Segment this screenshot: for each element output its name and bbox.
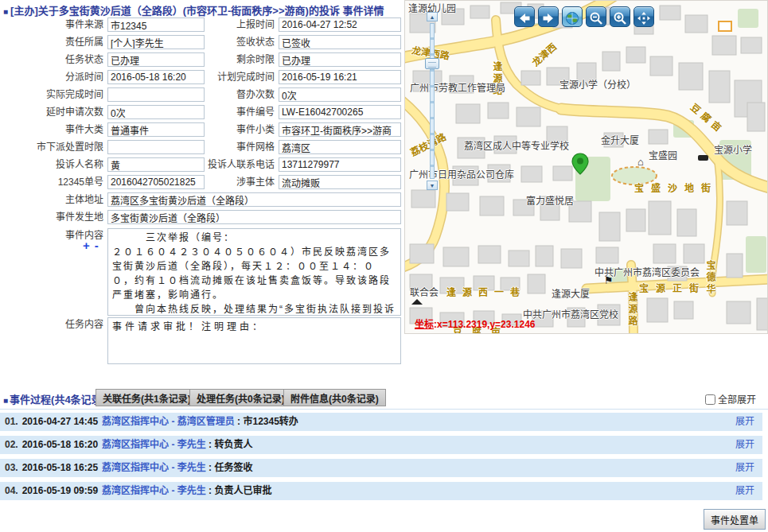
record-action: 负责人已审批	[214, 485, 271, 496]
arrow-right-icon	[541, 11, 556, 25]
record-time: 2016-05-18 16:25	[22, 462, 98, 473]
record-action: 市12345转办	[243, 416, 298, 427]
field-label: 事件网格	[183, 140, 275, 154]
move-arrows-icon	[637, 11, 651, 25]
map-zoom-in-button[interactable]	[610, 6, 630, 27]
map-pan-mode-button[interactable]	[634, 6, 654, 27]
map-road-label: 宝德华	[704, 260, 715, 296]
map-pan-left-button[interactable]	[514, 6, 535, 27]
expand-record-link[interactable]: 展开	[735, 413, 754, 431]
subject-address-input[interactable]	[107, 192, 401, 207]
field-label: 剩余时限	[183, 52, 275, 67]
zoom-slider-thumb[interactable]	[425, 58, 439, 69]
page-title-text: [主办]关于多宝街黄沙后道（全路段）(市容环卫-街面秩序>>游商)的投诉 事件详…	[10, 5, 384, 17]
event-no-input[interactable]	[279, 105, 401, 119]
arrow-left-icon	[517, 11, 532, 25]
process-record-row: 03.2016-05-18 16:25荔湾区指挥中心 - 李先生 : 任务签收 …	[0, 459, 762, 477]
zoom-slider-track[interactable]	[430, 23, 435, 179]
form-row: 投诉人名称 投诉人联系电话	[0, 157, 402, 175]
field-label: 分派时间	[0, 70, 103, 84]
map-road-label: 宝源正街	[639, 284, 706, 294]
content-resize-controls: +-	[83, 239, 103, 252]
expand-content-button[interactable]: +	[83, 239, 90, 252]
location-pin-icon[interactable]	[571, 152, 590, 176]
expand-record-link[interactable]: 展开	[735, 459, 754, 477]
collapse-content-button[interactable]: -	[95, 239, 99, 252]
complainant-phone-input[interactable]	[279, 157, 401, 172]
involved-subject-input[interactable]	[279, 175, 401, 189]
record-operator-link[interactable]: 荔湾区指挥中心 - 李先生	[102, 439, 206, 450]
map-overview-button[interactable]	[562, 6, 583, 27]
field-label: 签收状态	[183, 35, 275, 49]
record-number: 04.	[5, 485, 18, 496]
form-row: 市下派处置时限 事件网格	[0, 140, 402, 157]
field-label: 计划完成时间	[183, 70, 275, 84]
map-label: 中共广州市荔湾区党校	[523, 310, 618, 320]
zoom-slider-down-button[interactable]: ▼	[427, 181, 438, 190]
map-label: 联合会	[410, 288, 439, 298]
planned-finish-input[interactable]	[279, 70, 401, 84]
map-label: 富力盛悦居	[526, 196, 574, 207]
process-record-row: 01.2016-04-27 14:45荔湾区指挥中心 - 荔湾区管理员 : 市1…	[0, 413, 762, 431]
page-title: ■[主办]关于多宝街黄沙后道（全路段）(市容环卫-街面秩序>>游商)的投诉 事件…	[3, 2, 384, 17]
field-label: 事件编号	[183, 105, 275, 119]
magnifier-plus-icon	[613, 11, 627, 25]
event-grid-input[interactable]	[279, 140, 401, 154]
field-label: 事件大类	[0, 122, 103, 137]
form-row: 延时申请次数 事件编号	[0, 105, 402, 122]
tab-attachments[interactable]: 附件信息(共0条记录)	[283, 389, 386, 406]
expand-record-link[interactable]: 展开	[735, 436, 754, 454]
expand-all-checkbox[interactable]	[705, 394, 715, 405]
record-time: 2016-05-19 09:59	[22, 485, 98, 496]
remaining-time-input[interactable]	[279, 52, 401, 67]
globe-icon	[565, 11, 579, 25]
record-action: 转负责人	[214, 439, 252, 450]
tab-event-process-active[interactable]: ■事件过程(共4条记录)	[3, 391, 105, 406]
task-content-textarea[interactable]: 事件请求审批！注明理由：	[107, 317, 401, 364]
form-row: 事件来源 上报时间	[0, 17, 402, 35]
flag-icon: ⚑	[604, 274, 614, 286]
sign-status-input[interactable]	[279, 35, 401, 49]
event-location-input[interactable]	[107, 210, 401, 224]
active-tab-label: 事件过程(共4条记录)	[10, 394, 105, 406]
map-pan-right-button[interactable]	[538, 6, 559, 27]
title-bullet-icon: ■	[3, 7, 8, 16]
map-zoom-out-button[interactable]	[586, 6, 606, 27]
event-content-textarea[interactable]: 三次举报（编号： ２０１６０４２３０４０５０６０４）市民反映荔湾区多宝街黄沙后道…	[107, 228, 401, 316]
map-zoom-slider[interactable]: ▲ ▼	[424, 12, 440, 193]
zoom-slider-up-button[interactable]: ▲	[427, 12, 438, 21]
coordinates-link[interactable]: 坐标	[415, 319, 434, 330]
record-separator: :	[235, 416, 244, 427]
record-operator-link[interactable]: 荔湾区指挥中心 - 李先生	[102, 485, 206, 496]
supervise-count-input[interactable]	[279, 87, 401, 102]
field-label: 实际完成时间	[0, 87, 103, 102]
map-label: 宝盛园	[649, 151, 677, 161]
map-road-label: 逢源西一巷	[446, 288, 526, 298]
map-canvas[interactable]: 逢源幼儿园 龙津西路 龙津西 逢源路 广州市劳教工作管理局 宝源小学（分校） 荔…	[404, 0, 768, 334]
event-disposal-form-button[interactable]: 事件处置单	[704, 509, 766, 530]
form-row: 主体地址	[0, 192, 402, 210]
event-subcategory-input[interactable]	[279, 122, 401, 137]
field-label: 任务内容	[0, 317, 103, 332]
record-number: 03.	[5, 462, 18, 473]
form-row: 任务状态 剩余时限	[0, 52, 402, 70]
map-label: 金升大厦	[601, 136, 639, 146]
highlighted-parcel	[719, 21, 731, 31]
expand-record-link[interactable]: 展开	[735, 482, 754, 500]
field-label: 督办次数	[183, 87, 275, 102]
record-time: 2016-05-18 16:20	[22, 439, 98, 450]
field-label: 事件小类	[183, 122, 275, 137]
map-label: 宝源小学	[714, 146, 752, 156]
record-separator: :	[206, 485, 215, 496]
form-row: 责任所属 签收状态	[0, 35, 402, 52]
form-row: 事件发生地	[0, 210, 402, 227]
report-time-input[interactable]	[279, 17, 401, 32]
field-label: 投诉人联系电话	[183, 157, 275, 172]
tab-related-tasks[interactable]: 关联任务(共1条记录)	[96, 389, 198, 406]
record-operator-link[interactable]: 荔湾区指挥中心 - 李先生	[102, 462, 206, 473]
tab-handle-tasks[interactable]: 处理任务(共0条记录)	[189, 389, 292, 406]
process-record-row: 02.2016-05-18 16:20荔湾区指挥中心 - 李先生 : 转负责人 …	[0, 436, 762, 454]
school-bus-icon	[698, 155, 708, 161]
record-operator-link[interactable]: 荔湾区指挥中心 - 荔湾区管理员	[102, 416, 235, 427]
form-row: 事件大类 事件小类	[0, 122, 402, 140]
